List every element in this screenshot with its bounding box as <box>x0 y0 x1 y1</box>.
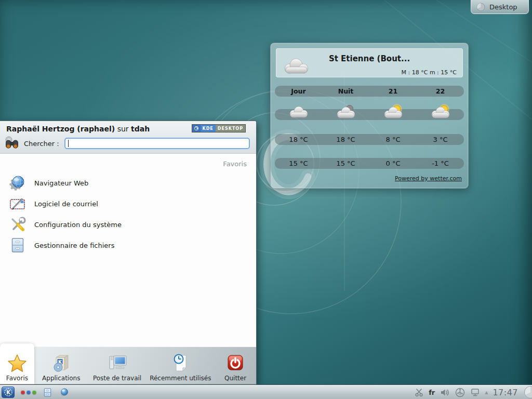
weather-header: St Etienne (Bout... M : 18 °C m : 15 °C <box>276 48 463 77</box>
star-icon <box>7 353 28 374</box>
host-name: tdah <box>131 125 150 133</box>
weather-low-temps: 15 °C 15 °C 0 °C -1 °C <box>275 158 464 169</box>
temp-value: 8 °C <box>369 134 417 145</box>
kickoff-tab-bar: Favoris K Applications <box>0 347 256 384</box>
bottom-panel: K <box>0 385 532 399</box>
tab-label: Quitter <box>224 375 246 382</box>
badge-kde-label: KDE <box>201 125 216 132</box>
red-dot <box>21 390 25 394</box>
kde-desktop-badge: K KDE DESKTOP <box>192 124 246 132</box>
user-sep: sur <box>117 125 129 133</box>
weather-minmax: M : 18 °C m : 15 °C <box>402 69 457 76</box>
tab-label: Récemment utilisés <box>150 375 211 382</box>
pager-dots-icon[interactable] <box>21 390 36 394</box>
temp-value: -1 °C <box>417 158 464 169</box>
cloudy-icon <box>275 101 322 122</box>
file-manager-launcher[interactable] <box>42 387 53 398</box>
favorites-section-label: Favoris <box>223 160 247 168</box>
kickoff-user-title: Raphaël Hertzog (raphael) sur tdah <box>6 125 150 133</box>
sun-cloud-icon <box>417 101 464 122</box>
tab-computer[interactable]: Poste de travail <box>88 347 147 384</box>
weather-column-headers: Jour Nuit 21 22 <box>275 86 464 97</box>
cloudy-night-icon <box>322 101 369 122</box>
temp-value: 0 °C <box>369 158 417 169</box>
favorites-list: Navigateur Web Logiciel de courriel <box>0 172 256 256</box>
weather-location-title: St Etienne (Bout... <box>276 54 463 63</box>
menu-item-label: Gestionnaire de fichiers <box>34 242 114 249</box>
temp-value: 15 °C <box>275 158 322 169</box>
clipboard-scissors-icon[interactable] <box>414 387 424 397</box>
menu-item-label: Logiciel de courriel <box>34 200 98 208</box>
toolbox-label: Desktop <box>489 3 517 11</box>
tab-applications[interactable]: K Applications <box>34 347 88 384</box>
weather-icons-row <box>275 101 464 122</box>
file-manager-icon <box>43 388 52 397</box>
panel-launchers: K <box>0 387 70 398</box>
system-settings-icon <box>9 216 26 233</box>
user-name: Raphaël Hertzog (raphael) <box>6 125 115 133</box>
web-browser-icon <box>9 175 26 191</box>
temp-value: 18 °C <box>275 134 322 145</box>
panel-cashew-icon[interactable] <box>524 385 532 399</box>
temp-value: 18 °C <box>322 134 369 145</box>
desktop-toolbox-button[interactable]: Desktop <box>471 0 529 14</box>
kde-logo-icon: K <box>192 125 201 132</box>
tab-leave[interactable]: Quitter <box>215 347 256 384</box>
tab-recently-used[interactable]: Récemment utilisés <box>146 347 215 384</box>
keyboard-layout-indicator[interactable]: fr <box>429 389 435 396</box>
col-header: 21 <box>369 86 417 97</box>
menu-item-mail-client[interactable]: Logiciel de courriel <box>0 193 256 214</box>
kickoff-search-row: Chercher : <box>4 135 250 152</box>
power-icon <box>225 353 246 374</box>
expand-arrow-icon[interactable]: ▲ <box>485 390 488 395</box>
applications-box-icon: K <box>51 353 72 374</box>
cashew-icon <box>476 3 485 11</box>
system-tray: fr ▲ <box>414 385 532 399</box>
green-dot <box>32 390 36 394</box>
weather-high-temps: 18 °C 18 °C 8 °C 3 °C <box>275 134 464 145</box>
file-manager-icon <box>9 237 26 254</box>
menu-item-label: Configuration du système <box>34 221 122 229</box>
svg-text:K: K <box>6 390 11 395</box>
volume-icon[interactable] <box>440 387 450 397</box>
menu-item-web-browser[interactable]: Navigateur Web <box>0 172 256 193</box>
svg-text:K: K <box>194 127 197 131</box>
temp-value: 15 °C <box>322 158 369 169</box>
search-input[interactable] <box>64 138 250 149</box>
tab-label: Applications <box>42 375 80 382</box>
usb-device-icon[interactable] <box>455 387 465 397</box>
tab-label: Poste de travail <box>93 375 141 382</box>
weather-widget: St Etienne (Bout... M : 18 °C m : 15 °C … <box>270 43 469 189</box>
weather-credit-link[interactable]: Powered by wetter.com <box>395 175 462 182</box>
menu-item-system-settings[interactable]: Configuration du système <box>0 214 256 235</box>
recent-documents-icon <box>170 353 191 374</box>
kickoff-kde-icon[interactable]: K <box>2 387 15 398</box>
tab-favorites[interactable]: Favoris <box>0 343 34 384</box>
col-header: 22 <box>417 86 464 97</box>
text-caret <box>68 140 69 147</box>
panel-clock[interactable]: 17:47 <box>493 388 518 397</box>
menu-item-label: Navigateur Web <box>34 179 88 187</box>
kickoff-launcher-menu: Raphaël Hertzog (raphael) sur tdah K KDE… <box>0 121 257 385</box>
menu-item-file-manager[interactable]: Gestionnaire de fichiers <box>0 235 256 256</box>
search-label: Chercher : <box>24 140 59 148</box>
web-browser-launcher[interactable] <box>58 387 70 398</box>
network-monitor-icon[interactable] <box>470 387 480 397</box>
tab-label: Favoris <box>6 375 28 382</box>
badge-desktop-label: DESKTOP <box>216 125 245 132</box>
mail-client-icon <box>9 195 26 212</box>
sun-cloud-icon <box>369 101 417 122</box>
col-header: Nuit <box>322 86 369 97</box>
col-header: Jour <box>275 86 322 97</box>
kickoff-favorites-view: Favoris <box>0 154 256 347</box>
blue-dot <box>26 390 31 394</box>
kickoff-header: Raphaël Hertzog (raphael) sur tdah K KDE… <box>0 121 256 154</box>
computer-icon <box>107 353 128 374</box>
temp-value: 3 °C <box>417 134 464 145</box>
web-browser-icon <box>59 388 69 397</box>
search-binoculars-icon <box>4 136 20 151</box>
